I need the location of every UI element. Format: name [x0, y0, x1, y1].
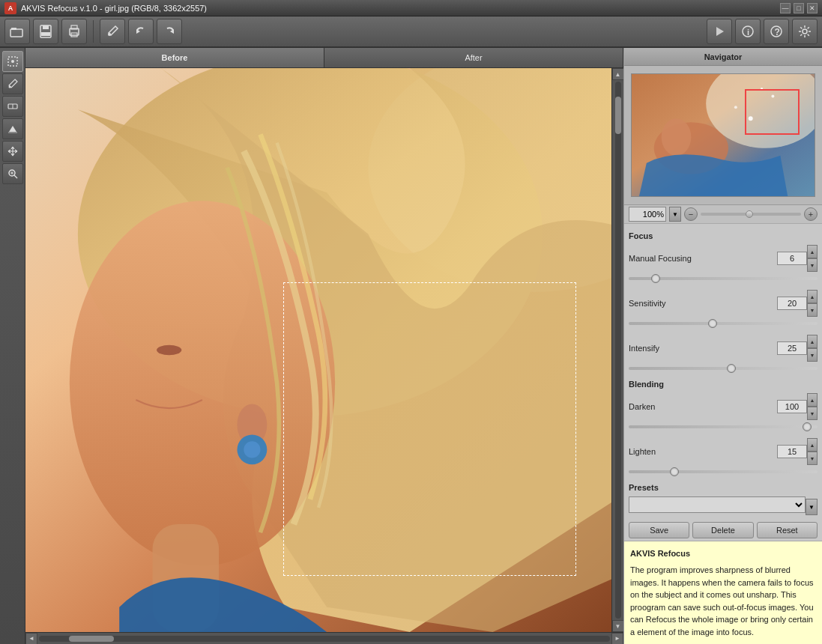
sensitivity-slider-track[interactable] — [629, 322, 818, 325]
svg-point-39 — [662, 118, 692, 156]
move-tool-button[interactable] — [2, 141, 23, 162]
intensify-value: 25 — [777, 341, 807, 355]
sensitivity-slider-thumb[interactable] — [708, 319, 717, 328]
sensitivity-slider-row — [629, 318, 818, 329]
svg-text:?: ? — [775, 27, 780, 37]
vertical-scroll-thumb[interactable] — [615, 97, 621, 134]
horizontal-scrollbar: ◄ ► — [25, 632, 623, 644]
svg-rect-5 — [41, 32, 50, 36]
image-viewport[interactable] — [25, 68, 611, 632]
sensitivity-down[interactable]: ▼ — [807, 303, 818, 317]
svg-point-17 — [803, 29, 807, 34]
intensify-slider-track[interactable] — [629, 367, 818, 370]
sensitivity-row: Sensitivity 20 ▲ ▼ — [629, 290, 818, 317]
window-title: AKVIS Refocus v.1.0 - girl.jpg (RGB/8, 3… — [21, 4, 780, 13]
fill-tool-button[interactable] — [2, 118, 23, 139]
canvas-with-scrollbar: ▲ ▼ — [25, 68, 623, 632]
presets-buttons: Save Delete Reset — [629, 522, 818, 538]
svg-marker-12 — [716, 27, 724, 36]
help-button[interactable]: ? — [764, 19, 789, 44]
horizontal-scroll-track[interactable] — [39, 636, 610, 642]
darken-down[interactable]: ▼ — [807, 407, 818, 420]
scroll-down-button[interactable]: ▼ — [612, 620, 624, 632]
intensify-slider-thumb[interactable] — [727, 364, 736, 373]
zoom-slider-track[interactable] — [701, 213, 801, 216]
svg-rect-1 — [10, 29, 22, 37]
redo-button[interactable] — [157, 19, 182, 44]
select-tool-button[interactable] — [2, 51, 23, 72]
lighten-slider-track[interactable] — [629, 470, 818, 473]
undo-button[interactable] — [128, 19, 154, 44]
presets-dropdown[interactable] — [629, 496, 806, 513]
sensitivity-up[interactable]: ▲ — [807, 290, 818, 303]
right-panel: Navigator — [623, 48, 822, 644]
lighten-slider-row — [629, 467, 818, 477]
erase-tool-button[interactable] — [2, 96, 23, 117]
move-icon — [7, 145, 19, 157]
tab-after[interactable]: After — [324, 48, 623, 67]
info-button[interactable]: i — [735, 19, 761, 44]
manual-focusing-slider-thumb[interactable] — [651, 274, 660, 283]
darken-slider-track[interactable] — [629, 425, 818, 428]
lighten-down[interactable]: ▼ — [807, 452, 818, 465]
svg-point-19 — [11, 60, 14, 63]
focus-section-header: Focus — [629, 231, 818, 240]
intensify-up[interactable]: ▲ — [807, 335, 818, 348]
manual-focusing-down[interactable]: ▼ — [807, 258, 818, 272]
blending-section-header: Blending — [629, 380, 818, 389]
lighten-up[interactable]: ▲ — [807, 438, 818, 452]
open-button[interactable] — [4, 19, 30, 44]
zoom-tool-button[interactable] — [2, 163, 23, 184]
brush-icon — [105, 24, 120, 39]
controls-panel: Focus Manual Focusing 6 ▲ ▼ Sensitivity … — [624, 224, 822, 541]
delete-preset-button[interactable]: Delete — [692, 522, 753, 538]
reset-preset-button[interactable]: Reset — [757, 522, 818, 538]
zoom-slider-thumb[interactable] — [746, 210, 753, 218]
darken-slider-thumb[interactable] — [803, 422, 812, 431]
settings-button[interactable] — [792, 19, 818, 44]
paint-icon — [7, 78, 19, 90]
save-preset-button[interactable]: Save — [629, 522, 689, 538]
print-icon — [67, 24, 82, 39]
scroll-up-button[interactable]: ▲ — [612, 68, 624, 80]
app-icon: A — [4, 2, 16, 14]
vertical-scroll-track[interactable] — [615, 82, 621, 619]
print-button[interactable] — [61, 19, 87, 44]
intensify-down[interactable]: ▼ — [807, 348, 818, 362]
scroll-right-button[interactable]: ► — [611, 633, 623, 645]
selection-rectangle[interactable] — [283, 282, 576, 576]
lighten-slider-thumb[interactable] — [670, 467, 679, 476]
info-title: AKVIS Refocus — [630, 547, 816, 560]
manual-focusing-slider-track[interactable] — [629, 277, 818, 280]
run-button[interactable] — [707, 19, 732, 44]
window-controls: — □ ✕ — [780, 3, 818, 13]
info-icon: i — [740, 24, 755, 39]
darken-up[interactable]: ▲ — [807, 393, 818, 407]
scroll-left-button[interactable]: ◄ — [25, 633, 37, 645]
zoom-dropdown-button[interactable]: ▼ — [669, 207, 681, 222]
toolbar: i ? — [0, 16, 822, 48]
toolbar-separator — [93, 20, 94, 43]
horizontal-scroll-thumb[interactable] — [69, 636, 114, 642]
info-text: The program improves sharpness of blurre… — [630, 564, 816, 638]
save-button[interactable] — [33, 19, 58, 44]
paint-tool-button[interactable] — [2, 73, 23, 94]
navigator-thumbnail[interactable] — [631, 73, 815, 197]
manual-focusing-value: 6 — [777, 252, 807, 265]
navigator-selection-box[interactable] — [745, 89, 800, 136]
presets-dropdown-button[interactable]: ▼ — [806, 499, 818, 515]
close-button[interactable]: ✕ — [807, 3, 818, 13]
canvas-area: Before After — [25, 48, 623, 644]
help-icon: ? — [769, 24, 784, 39]
maximize-button[interactable]: □ — [794, 3, 804, 13]
svg-point-33 — [157, 345, 181, 355]
manual-focusing-up[interactable]: ▲ — [807, 245, 818, 258]
manual-focusing-label: Manual Focusing — [629, 254, 777, 263]
tab-before[interactable]: Before — [25, 48, 324, 67]
minimize-button[interactable]: — — [780, 3, 791, 13]
zoom-value-input[interactable]: 100% — [629, 207, 666, 222]
brush-button[interactable] — [100, 19, 125, 44]
zoom-out-button[interactable]: − — [684, 207, 698, 221]
zoom-in-button[interactable]: + — [804, 207, 818, 221]
sensitivity-value: 20 — [777, 297, 807, 310]
